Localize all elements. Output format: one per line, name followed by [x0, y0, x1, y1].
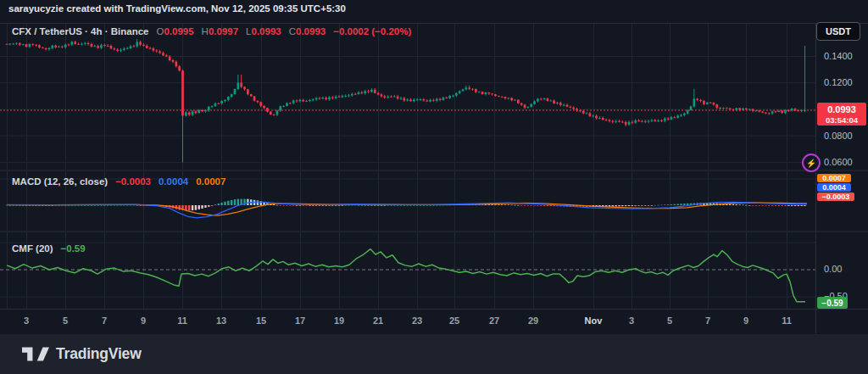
- tradingview-chart-window: sarayucyzie created with TradingView.com…: [0, 0, 868, 374]
- macd-signal-value: 0.0007: [196, 176, 225, 187]
- price-axis-label: 0.0600: [824, 157, 853, 168]
- time-axis-label: 15: [247, 315, 275, 326]
- tradingview-logo-link[interactable]: TradingView: [22, 345, 142, 363]
- ohlc-high: H0.0997: [202, 26, 239, 36]
- time-axis-label: 29: [519, 315, 548, 326]
- macd-histogram-value: −0.0003: [115, 176, 151, 187]
- time-axis-label: 23: [403, 315, 431, 326]
- cmf-title[interactable]: CMF (20): [12, 243, 53, 254]
- time-axis-label: 3: [617, 315, 646, 326]
- time-axis-label: 11: [168, 315, 197, 326]
- flash-trade-button[interactable]: ⚡: [802, 154, 821, 172]
- time-axis-label: 17: [286, 315, 314, 326]
- macd-legend: MACD (12, 26, close) −0.0003 0.0004 0.00…: [12, 176, 225, 187]
- time-axis-label: 25: [440, 315, 469, 326]
- price-axis-label: 0.0800: [824, 131, 853, 142]
- time-axis-label: 11: [772, 315, 801, 326]
- cmf-axis-zero-label: 0.00: [824, 264, 842, 275]
- price-axis-label: 0.1200: [824, 77, 853, 88]
- time-axis-label: 9: [732, 315, 760, 326]
- lightning-icon: ⚡: [806, 159, 816, 168]
- time-axis-label: 5: [655, 315, 684, 326]
- symbol-legend: CFX / TetherUS · 4h · Binance O0.0995 H0…: [12, 26, 411, 36]
- bar-countdown: 03:54:04: [817, 116, 866, 125]
- price-axis-label: 0.1400: [824, 51, 853, 62]
- currency-toggle-button[interactable]: USDT: [816, 22, 860, 41]
- macd-title[interactable]: MACD (12, 26, close): [12, 176, 108, 187]
- time-axis-label: 7: [90, 315, 119, 326]
- symbol-title[interactable]: CFX / TetherUS · 4h · Binance: [12, 26, 148, 36]
- time-axis-label: 3: [12, 315, 41, 326]
- time-axis-label: 5: [51, 315, 80, 326]
- time-axis-label: 9: [129, 315, 158, 326]
- tradingview-logo-icon: [22, 346, 49, 362]
- last-price-box: 0.0993 03:54:04: [817, 103, 866, 126]
- time-axis-label: Nov: [579, 315, 608, 326]
- cmf-last-value-box: −0.59: [817, 297, 848, 309]
- time-axis-label: 13: [207, 315, 236, 326]
- cmf-legend: CMF (20) −0.59: [12, 243, 86, 254]
- time-axis-label: 7: [693, 315, 722, 326]
- time-axis-label: 19: [325, 315, 353, 326]
- time-axis-label: 27: [480, 315, 509, 326]
- footer-bar: TradingView: [0, 334, 868, 374]
- ohlc-open: O0.0995: [156, 26, 193, 36]
- change-value: −0.0002 (−0.20%): [333, 26, 411, 36]
- last-price: 0.0993: [817, 105, 866, 114]
- cmf-value: −0.59: [61, 243, 86, 254]
- time-axis-label: 21: [364, 315, 392, 326]
- macd-histogram-box: −0.0003: [817, 193, 854, 201]
- macd-signal-box: 0.0007: [817, 174, 851, 182]
- tradingview-brand-text: TradingView: [56, 345, 142, 363]
- ohlc-low: L0.0993: [246, 26, 281, 36]
- macd-line-box: 0.0004: [817, 183, 851, 192]
- ohlc-close: C0.0993: [289, 26, 326, 36]
- macd-line-value: 0.0004: [159, 176, 188, 187]
